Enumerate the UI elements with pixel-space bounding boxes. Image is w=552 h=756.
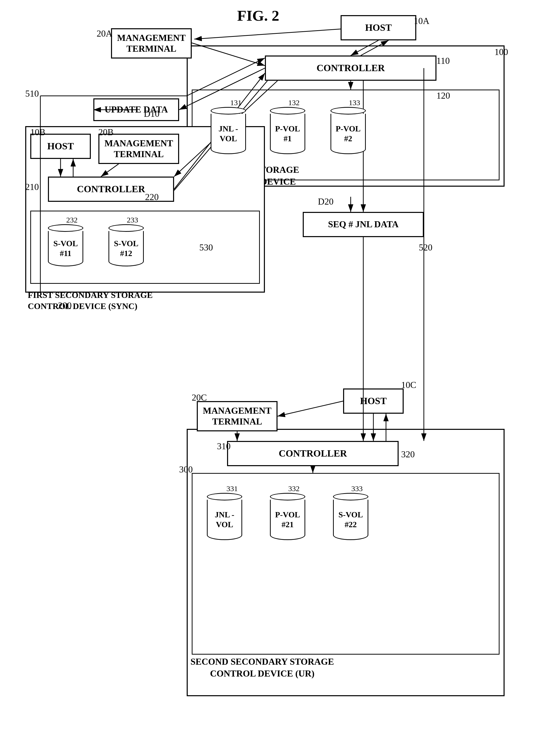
ref-232: 232 xyxy=(66,216,78,224)
ref-530: 530 xyxy=(199,242,213,253)
svol22-label: S-VOL #22 xyxy=(333,500,368,540)
controller-300: CONTROLLER xyxy=(227,441,399,466)
host-10c: HOST xyxy=(343,389,404,414)
ref-233: 233 xyxy=(127,216,138,224)
ref-320: 320 xyxy=(401,449,415,460)
ref-300: 300 xyxy=(179,464,193,475)
ref-10a: 10A xyxy=(414,16,429,26)
svol11-232: 232 S-VOL #11 xyxy=(48,216,83,267)
mgmt-20a: MANAGEMENT TERMINAL xyxy=(111,28,192,58)
pvol21-332: 332 P-VOL #21 xyxy=(270,484,305,541)
svol11-label: S-VOL #11 xyxy=(48,231,83,266)
ref-131: 131 xyxy=(230,98,242,107)
ref-331: 331 xyxy=(227,484,238,493)
seq-jnl-box: SEQ # JNL DATA xyxy=(303,212,424,237)
ref-d20: D20 xyxy=(318,196,333,207)
jnl-vol-331-label: JNL -VOL xyxy=(207,500,242,540)
svg-line-22 xyxy=(278,401,343,416)
svol12-233: 233 S-VOL #12 xyxy=(109,216,144,267)
svol12-label: S-VOL #12 xyxy=(109,231,144,266)
ref-d10: D10 xyxy=(144,109,159,119)
ref-10c: 10C xyxy=(401,380,416,390)
ref-133: 133 xyxy=(349,98,360,107)
controller-100: CONTROLLER xyxy=(265,55,436,81)
ref-10b: 10B xyxy=(30,127,45,138)
pvol1-132: 132 P-VOL #1 xyxy=(270,98,305,155)
ref-100: 100 xyxy=(495,47,508,57)
pvol2-label: P-VOL #2 xyxy=(330,114,366,154)
ref-510: 510 xyxy=(25,88,39,99)
update-data-box: UPDATE DATA xyxy=(93,98,179,121)
mgmt-20c: MANAGEMENT TERMINAL xyxy=(197,401,278,431)
svol22-333: 333 S-VOL #22 xyxy=(333,484,368,541)
ref-132: 132 xyxy=(288,98,300,107)
ref-210: 210 xyxy=(25,182,39,192)
ref-332: 332 xyxy=(288,484,300,493)
svg-line-4 xyxy=(194,29,340,39)
ref-333: 333 xyxy=(352,484,363,493)
ref-20c: 20C xyxy=(192,392,207,403)
ref-20a: 20A xyxy=(97,28,112,39)
ref-220: 220 xyxy=(145,192,159,202)
second-secondary-label: SECOND SECONDARY STORAGE CONTROL DEVICE … xyxy=(190,656,334,679)
fig-title: FIG. 2 xyxy=(237,7,279,24)
jnl-vol-331: 331 JNL -VOL xyxy=(207,484,242,541)
first-secondary-label: FIRST SECONDARY STORAGE CONTROL DEVICE (… xyxy=(28,290,153,312)
mgmt-20b: MANAGEMENT TERMINAL xyxy=(98,134,179,164)
jnl-vol-131-label: JNL -VOL xyxy=(211,114,246,154)
pvol21-label: P-VOL #21 xyxy=(270,500,305,540)
jnl-vol-131: 131 JNL -VOL xyxy=(211,98,246,155)
ref-120: 120 xyxy=(436,90,450,101)
ref-520: 520 xyxy=(419,242,432,253)
ref-310: 310 xyxy=(217,441,231,452)
host-10b: HOST xyxy=(30,134,91,159)
host-10a: HOST xyxy=(340,15,416,40)
ref-110: 110 xyxy=(436,55,450,66)
pvol1-label: P-VOL #1 xyxy=(270,114,305,154)
pvol2-133: 133 P-VOL #2 xyxy=(330,98,366,155)
ref-20b: 20B xyxy=(98,127,114,138)
